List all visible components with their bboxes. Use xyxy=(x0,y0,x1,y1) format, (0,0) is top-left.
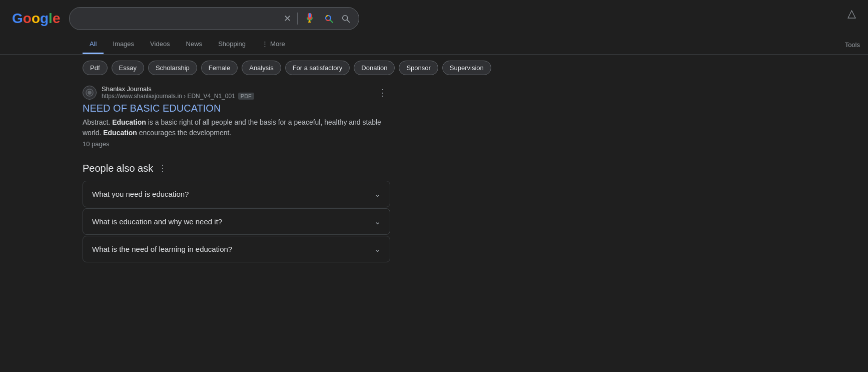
filter-chips: Pdf Essay Scholarship Female Analysis Fo… xyxy=(0,55,868,81)
clear-button[interactable]: ✕ xyxy=(283,12,292,25)
chip-female[interactable]: Female xyxy=(201,61,238,75)
result-title[interactable]: NEED OF BASIC EDUCATION xyxy=(83,103,390,114)
search-bar[interactable]: filetype:pdf need of education ✕ xyxy=(69,7,359,30)
top-right-icon[interactable]: △ xyxy=(847,7,856,20)
result-source: Shanlax Journals https://www.shanlaxjour… xyxy=(83,85,390,100)
tab-all[interactable]: All xyxy=(83,35,104,54)
result-pages: 10 pages xyxy=(83,140,390,148)
mic-button[interactable] xyxy=(303,12,317,26)
svg-point-10 xyxy=(88,91,92,95)
snippet-text-before: Abstract. xyxy=(83,118,112,126)
chip-sponsor[interactable]: Sponsor xyxy=(399,61,438,75)
result-favicon xyxy=(83,86,97,100)
mic-icon xyxy=(304,13,316,25)
paa-item-2: What is education and why we need it? ⌄ xyxy=(83,208,390,235)
header: Google filetype:pdf need of education ✕ xyxy=(0,0,868,35)
chevron-down-icon-1: ⌄ xyxy=(374,189,381,199)
people-also-ask-section: People also ask ⋮ What you need is educa… xyxy=(83,162,390,262)
pdf-badge: PDF xyxy=(238,93,254,100)
chip-for-a-satisfactory[interactable]: For a satisfactory xyxy=(285,61,350,75)
chip-analysis[interactable]: Analysis xyxy=(242,61,281,75)
chip-supervision[interactable]: Supervision xyxy=(442,61,491,75)
chip-pdf[interactable]: Pdf xyxy=(83,61,108,75)
tools-button[interactable]: Tools xyxy=(837,36,868,54)
result-more-button[interactable]: ⋮ xyxy=(375,86,390,99)
paa-item-1: What you need is education? ⌄ xyxy=(83,181,390,207)
paa-header: People also ask ⋮ xyxy=(83,162,390,175)
lens-icon xyxy=(323,13,335,25)
tab-images[interactable]: Images xyxy=(106,35,141,54)
paa-question-2[interactable]: What is education and why we need it? ⌄ xyxy=(83,209,390,234)
tab-news[interactable]: News xyxy=(179,35,210,54)
tab-videos[interactable]: Videos xyxy=(143,35,177,54)
close-icon: ✕ xyxy=(284,13,291,24)
paa-title: People also ask xyxy=(83,163,153,174)
paa-question-text-1: What you need is education? xyxy=(92,190,189,198)
search-icon xyxy=(341,14,351,24)
paa-item-3: What is the need of learning in educatio… xyxy=(83,236,390,262)
paa-question-text-3: What is the need of learning in educatio… xyxy=(92,245,232,253)
chip-donation[interactable]: Donation xyxy=(354,61,395,75)
tab-shopping[interactable]: Shopping xyxy=(211,35,253,54)
paa-question-text-2: What is education and why we need it? xyxy=(92,217,222,226)
svg-rect-0 xyxy=(309,13,311,18)
lens-button[interactable] xyxy=(322,12,336,26)
paa-more-button[interactable]: ⋮ xyxy=(157,162,168,175)
snippet-bold-1: Education xyxy=(112,118,146,126)
search-submit-button[interactable] xyxy=(341,14,351,24)
google-logo: Google xyxy=(12,11,60,27)
result-snippet: Abstract. Education is a basic right of … xyxy=(83,117,390,138)
tab-more[interactable]: ⋮ More xyxy=(255,35,292,54)
svg-point-7 xyxy=(343,16,348,21)
svg-line-8 xyxy=(347,20,350,23)
chevron-down-icon-3: ⌄ xyxy=(374,244,381,254)
result-url: https://www.shanlaxjournals.in › EDN_V4_… xyxy=(102,93,254,100)
result-source-info: Shanlax Journals https://www.shanlaxjour… xyxy=(102,85,254,100)
journal-icon xyxy=(86,89,94,97)
svg-line-6 xyxy=(331,21,333,23)
more-dots-icon: ⋮ xyxy=(262,40,268,48)
result-item: Shanlax Journals https://www.shanlaxjour… xyxy=(83,85,390,148)
divider xyxy=(297,13,298,25)
chip-essay[interactable]: Essay xyxy=(112,61,144,75)
chip-scholarship[interactable]: Scholarship xyxy=(148,61,197,75)
snippet-bold-2: Education xyxy=(103,129,137,137)
chevron-down-icon-2: ⌄ xyxy=(374,217,381,226)
url-text: https://www.shanlaxjournals.in › EDN_V4_… xyxy=(102,93,235,100)
results-area: Shanlax Journals https://www.shanlaxjour… xyxy=(0,81,390,262)
search-input[interactable]: filetype:pdf need of education xyxy=(78,14,278,23)
paa-question-1[interactable]: What you need is education? ⌄ xyxy=(83,181,390,207)
site-name: Shanlax Journals xyxy=(102,85,254,93)
nav-tabs: All Images Videos News Shopping ⋮ More T… xyxy=(0,35,868,55)
snippet-text-mid2: encourages the development. xyxy=(137,129,231,137)
paa-question-3[interactable]: What is the need of learning in educatio… xyxy=(83,236,390,262)
